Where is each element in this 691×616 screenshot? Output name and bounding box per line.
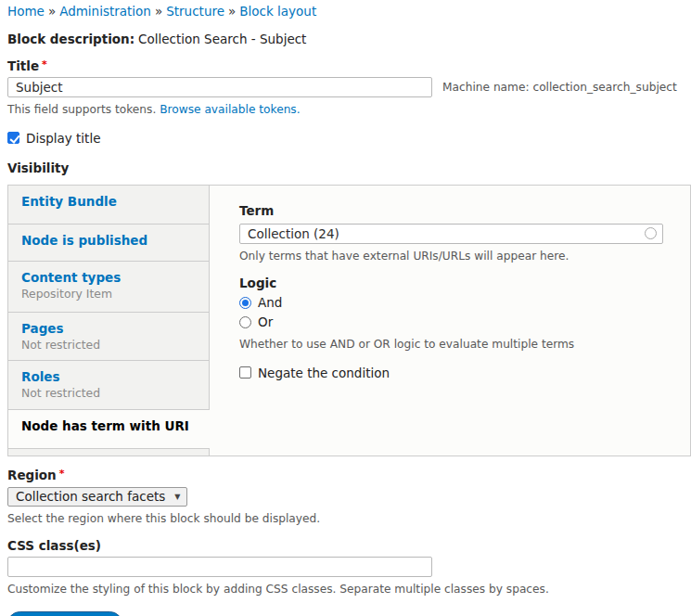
breadcrumb-link-administration[interactable]: Administration xyxy=(59,4,151,19)
css-classes-field-group: CSS class(es) Customize the styling of t… xyxy=(7,538,691,597)
css-classes-description: Customize the styling of this block by a… xyxy=(7,583,691,597)
tab-node-is-published[interactable]: Node is published xyxy=(8,225,210,262)
machine-name: Machine name: collection_search_subject xyxy=(442,81,677,94)
logic-label: Logic xyxy=(239,276,690,290)
breadcrumb-link-block-layout[interactable]: Block layout xyxy=(239,4,316,19)
tab-summary: Not restricted xyxy=(21,386,199,401)
region-label: Region* xyxy=(7,468,691,482)
breadcrumb-separator: » xyxy=(228,4,236,19)
block-configure-page: Home»Administration»Structure»Block layo… xyxy=(0,0,691,616)
autocomplete-throbber-icon xyxy=(645,227,657,239)
region-select-value: Collection search facets xyxy=(16,488,165,506)
visibility-vertical-tabs: Entity Bundle Node is published Content … xyxy=(7,185,691,456)
visibility-heading: Visibility xyxy=(7,160,691,175)
logic-option-or: Or xyxy=(239,314,690,329)
display-title-checkbox[interactable] xyxy=(7,132,19,144)
css-classes-label: CSS class(es) xyxy=(7,538,691,553)
display-title-label: Display title xyxy=(26,131,100,146)
vertical-tabs-menu: Entity Bundle Node is published Content … xyxy=(8,186,210,456)
term-description: Only terms that have external URIs/URLs … xyxy=(239,250,690,263)
logic-group: Logic And Or Whether to use AND or OR lo… xyxy=(239,276,690,352)
tab-pages[interactable]: Pages Not restricted xyxy=(8,313,210,361)
tab-summary: Repository Item xyxy=(21,287,199,302)
or-radio[interactable] xyxy=(239,316,251,328)
title-field-group: Title* Machine name: collection_search_s… xyxy=(7,58,691,117)
and-radio[interactable] xyxy=(239,297,251,309)
or-radio-label: Or xyxy=(258,314,273,329)
negate-condition-row: Negate the condition xyxy=(239,366,690,380)
title-description: This field supports tokens. Browse avail… xyxy=(7,103,691,117)
required-mark: * xyxy=(59,468,65,480)
save-block-button[interactable]: Save block xyxy=(7,611,122,616)
negate-condition-checkbox[interactable] xyxy=(239,366,251,379)
logic-option-and: And xyxy=(239,295,690,310)
title-input[interactable] xyxy=(7,77,432,97)
title-label: Title* xyxy=(7,58,691,73)
form-actions: Save block Remove block xyxy=(7,611,691,616)
term-label: Term xyxy=(239,203,690,218)
tab-node-has-term-with-uri[interactable]: Node has term with URI xyxy=(8,410,210,449)
breadcrumb-link-structure[interactable]: Structure xyxy=(166,4,224,19)
logic-description: Whether to use AND or OR logic to evalua… xyxy=(239,338,690,352)
breadcrumb: Home»Administration»Structure»Block layo… xyxy=(7,4,691,19)
vertical-tabs-filler xyxy=(8,449,210,456)
block-description: Block description:Collection Search - Su… xyxy=(7,32,691,46)
breadcrumb-separator: » xyxy=(48,4,56,19)
display-title-row: Display title xyxy=(7,131,691,146)
region-description: Select the region where this block shoul… xyxy=(7,512,691,526)
negate-condition-label: Negate the condition xyxy=(258,366,390,380)
node-term-condition-pane: Term Only terms that have external URIs/… xyxy=(210,186,690,456)
tab-summary: Not restricted xyxy=(21,338,199,353)
tab-roles[interactable]: Roles Not restricted xyxy=(8,361,210,410)
browse-tokens-link[interactable]: Browse available tokens. xyxy=(160,103,300,116)
chevron-down-icon: ▼ xyxy=(174,493,180,501)
block-description-value: Collection Search - Subject xyxy=(138,32,306,46)
region-select[interactable]: Collection search facets ▼ xyxy=(7,487,187,507)
region-field-group: Region* Collection search facets ▼ Selec… xyxy=(7,468,691,526)
required-mark: * xyxy=(42,58,47,71)
tab-entity-bundle[interactable]: Entity Bundle xyxy=(8,186,210,225)
breadcrumb-link-home[interactable]: Home xyxy=(7,4,45,19)
and-radio-label: And xyxy=(258,295,282,310)
css-classes-input[interactable] xyxy=(7,557,432,577)
block-description-label: Block description: xyxy=(7,32,134,46)
tab-content-types[interactable]: Content types Repository Item xyxy=(8,262,210,313)
breadcrumb-separator: » xyxy=(155,4,162,19)
term-autocomplete-input[interactable] xyxy=(239,224,663,244)
